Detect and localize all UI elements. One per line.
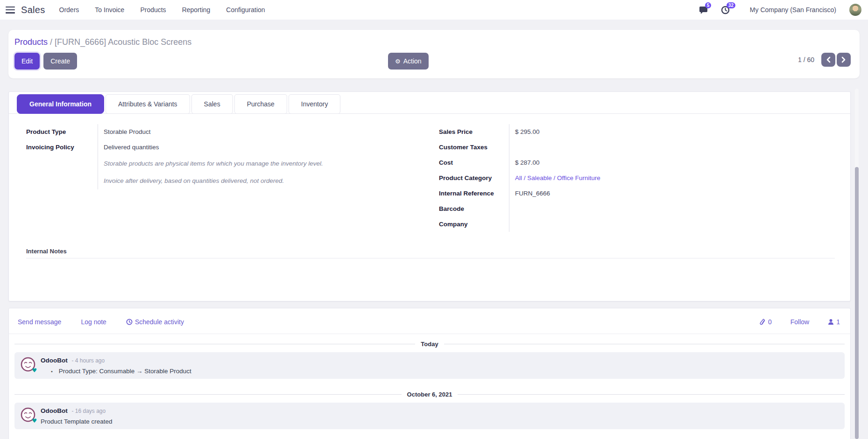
company-value[interactable] [509, 216, 794, 232]
nav-item-products[interactable]: Products [140, 6, 166, 14]
date-divider-label: Today [421, 341, 438, 348]
form-tabs: General Information Attributes & Variant… [9, 94, 850, 114]
breadcrumb: Products / [FURN_6666] Acoustic Bloc Scr… [14, 37, 852, 47]
product-category-label: Product Category [439, 170, 509, 186]
tab-inventory[interactable]: Inventory [289, 94, 341, 114]
barcode-label: Barcode [439, 201, 509, 216]
help-row-invoicing: Invoice after delivery, based on quantit… [26, 172, 381, 189]
product-category-link[interactable]: All / Saleable / Office Furniture [509, 170, 794, 186]
app-menu: Orders To Invoice Products Reporting Con… [59, 6, 265, 14]
pager-next-button[interactable] [837, 53, 851, 67]
attachments-button[interactable]: 0 [760, 318, 772, 326]
cost-value[interactable]: $ 287.00 [509, 155, 794, 170]
sales-price-label: Sales Price [439, 124, 509, 139]
message-author[interactable]: OdooBot [41, 407, 68, 414]
nav-item-reporting[interactable]: Reporting [182, 6, 211, 14]
bullet-icon: • [51, 369, 53, 374]
field-barcode: Barcode [439, 201, 794, 216]
message-header: OdooBot - 4 hours ago [41, 357, 191, 364]
create-button[interactable]: Create [43, 53, 77, 70]
internal-notes-label: Internal Notes [26, 248, 67, 255]
control-panel-buttons: Edit Create ⚙ Action 1 / 60 [14, 53, 852, 70]
nav-item-to-invoice[interactable]: To Invoice [95, 6, 124, 14]
chevron-right-icon [841, 56, 846, 63]
field-internal-reference: Internal Reference FURN_6666 [439, 186, 794, 201]
storable-help-text: Storable products are physical items for… [98, 155, 381, 172]
pager: 1 / 60 [798, 53, 851, 67]
tracking-change-text: Product Type: Consumable → Storable Prod… [59, 368, 191, 375]
cost-label: Cost [439, 155, 509, 170]
activities-badge: 32 [727, 2, 735, 8]
help-row-storable: Storable products are physical items for… [26, 155, 381, 172]
scrollbar-thumb[interactable] [855, 167, 859, 439]
field-invoicing-policy: Invoicing Policy Delivered quantities [26, 139, 381, 155]
date-divider-october: October 6, 2021 [14, 391, 845, 398]
internal-notes-divider [26, 258, 835, 258]
message-body: Product Template created [41, 418, 113, 425]
schedule-activity-label: Schedule activity [135, 318, 184, 326]
company-name[interactable]: My Company (San Francisco) [750, 6, 836, 14]
product-type-value[interactable]: Storable Product [98, 124, 381, 139]
edit-button[interactable]: Edit [14, 53, 40, 70]
user-avatar[interactable] [849, 4, 861, 16]
company-label: Company [439, 216, 509, 232]
breadcrumb-current: [FURN_6666] Acoustic Bloc Screens [55, 37, 191, 47]
date-divider-label: October 6, 2021 [407, 391, 452, 398]
form-right-column: Sales Price $ 295.00 Customer Taxes Cost… [439, 124, 794, 232]
hamburger-menu-icon[interactable] [6, 7, 15, 14]
follow-button[interactable]: Follow [790, 318, 809, 326]
invoicing-help-text: Invoice after delivery, based on quantit… [98, 172, 381, 189]
product-form-sheet: General Information Attributes & Variant… [8, 91, 851, 301]
activities-menu-button[interactable]: 32 [721, 4, 732, 15]
field-product-type: Product Type Storable Product [26, 124, 381, 139]
pager-previous-button[interactable] [821, 53, 835, 67]
scrollbar-track[interactable] [855, 89, 859, 439]
nav-item-orders[interactable]: Orders [59, 6, 79, 14]
message-text: Product Template created [41, 418, 113, 425]
barcode-value[interactable] [509, 201, 794, 216]
pager-value: 1 / 60 [798, 56, 814, 63]
action-menu-button[interactable]: ⚙ Action [388, 53, 429, 70]
gear-icon: ⚙ [395, 58, 401, 65]
customer-taxes-label: Customer Taxes [439, 139, 509, 155]
field-company: Company [439, 216, 794, 232]
field-product-category: Product Category All / Saleable / Office… [439, 170, 794, 186]
heart-icon: ♥ [32, 367, 37, 374]
odoobot-avatar[interactable]: ♥ [20, 407, 36, 423]
internal-reference-label: Internal Reference [439, 186, 509, 201]
message-time: - 16 days ago [72, 408, 106, 414]
internal-reference-value[interactable]: FURN_6666 [509, 186, 794, 201]
field-cost: Cost $ 287.00 [439, 155, 794, 170]
chatter-toolbar: Send message Log note Schedule activity … [9, 308, 850, 334]
chevron-left-icon [826, 56, 831, 63]
attachments-count: 0 [768, 318, 772, 326]
send-message-button[interactable]: Send message [18, 318, 61, 326]
log-note-button[interactable]: Log note [81, 318, 106, 326]
odoobot-avatar[interactable]: ♥ [20, 356, 36, 372]
app-name[interactable]: Sales [21, 5, 45, 15]
sales-price-value[interactable]: $ 295.00 [509, 124, 794, 139]
followers-button[interactable]: 1 [828, 318, 840, 326]
breadcrumb-products-link[interactable]: Products [14, 37, 48, 47]
tab-purchase[interactable]: Purchase [234, 94, 287, 114]
customer-taxes-value[interactable] [509, 139, 794, 155]
schedule-activity-button[interactable]: Schedule activity [126, 318, 184, 326]
heart-icon: ♥ [32, 418, 37, 424]
tab-attributes-variants[interactable]: Attributes & Variants [106, 94, 190, 114]
chatter: Send message Log note Schedule activity … [8, 308, 851, 439]
action-label: Action [403, 57, 422, 65]
control-panel: Products / [FURN_6666] Acoustic Bloc Scr… [8, 30, 860, 78]
message-author[interactable]: OdooBot [41, 357, 68, 364]
product-type-label: Product Type [26, 124, 98, 139]
invoicing-policy-value[interactable]: Delivered quantities [98, 139, 381, 155]
message-header: OdooBot - 16 days ago [41, 407, 113, 414]
messages-menu-button[interactable]: 5 [699, 4, 711, 15]
schedule-clock-icon [126, 319, 133, 325]
message-body: • Product Type: Consumable → Storable Pr… [41, 368, 191, 375]
tab-sales[interactable]: Sales [191, 94, 233, 114]
tab-general-information[interactable]: General Information [17, 94, 104, 114]
nav-item-configuration[interactable]: Configuration [226, 6, 265, 14]
invoicing-policy-label: Invoicing Policy [26, 139, 98, 155]
message-october: ♥ OdooBot - 16 days ago Product Template… [14, 403, 845, 429]
internal-notes-section: Internal Notes [26, 248, 835, 258]
